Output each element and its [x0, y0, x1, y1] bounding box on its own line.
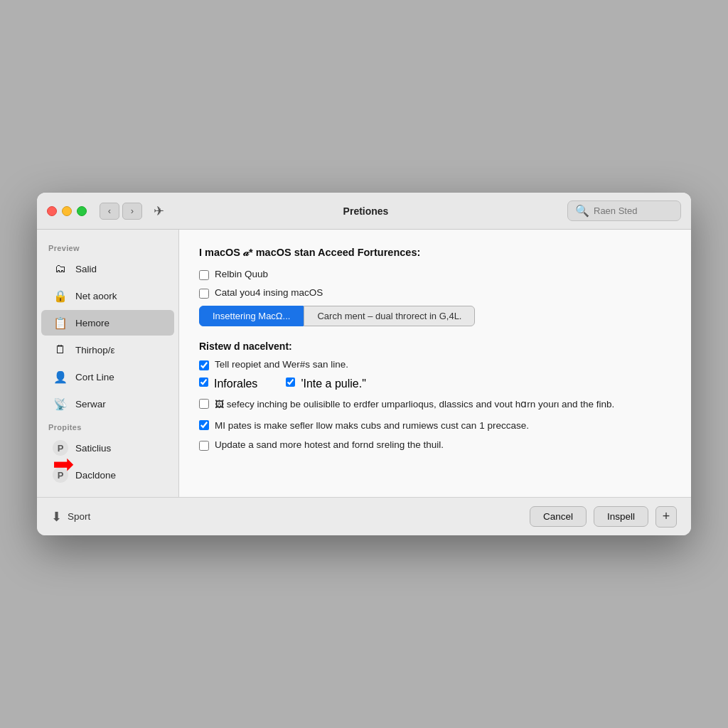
- window-title: Pretiones: [171, 205, 560, 217]
- sidebar-item-salid[interactable]: 🗂 Salid: [41, 256, 174, 282]
- check-inforales-row: Inforales 'Inte a pulie.": [199, 378, 671, 390]
- sidebar-item-cortline[interactable]: 👤 Cort Line: [41, 364, 174, 390]
- sidebar-label-cortline: Cort Line: [75, 372, 114, 382]
- checkbox-mi-pates[interactable]: [199, 420, 209, 430]
- sidebar-label-network: Net aοork: [75, 291, 117, 301]
- main-heading: I macOS 𝒶* macOS stan Acceed Forturences…: [199, 247, 671, 259]
- checkbox-inforales[interactable]: [199, 378, 208, 387]
- checkbox-sefecy-label: 🖼 sefecy inching be oulisiblle to erdfer…: [215, 397, 614, 412]
- sport-label: Sport: [68, 511, 90, 522]
- sidebar-label-serwar: Serwar: [75, 399, 106, 410]
- download-icon: ⬇: [51, 509, 62, 525]
- sidebar-item-network[interactable]: 🔒 Net aοork: [41, 283, 174, 309]
- footer: ⬇ Sport Cancel Inspell +: [37, 497, 691, 535]
- checkbox-update-label: Update a sand more hotest and fornd srel…: [215, 439, 444, 450]
- search-icon: 🔍: [575, 204, 589, 218]
- checkbox-mi-pates-label: MI pates is make sefler llow maks cubs a…: [215, 419, 529, 433]
- sidebar-section-propites: Propites: [37, 417, 178, 434]
- checkbox-relbin-label: Relbin Quub: [215, 269, 268, 279]
- checkbox-relbin[interactable]: [199, 270, 209, 280]
- hemore-icon: 📋: [53, 315, 68, 331]
- checkbox-inte-label: 'Inte a pulie.": [301, 378, 365, 390]
- maximize-button[interactable]: [77, 206, 87, 216]
- search-input[interactable]: [594, 205, 673, 216]
- footer-right: Cancel Inspell +: [530, 506, 677, 528]
- tab-carch[interactable]: Carch ment – dual throrect in G,4L.: [304, 306, 475, 326]
- preferences-window: ‹ › ✈ Pretiones 🔍 Preview 🗂 Salid 🔒: [37, 193, 691, 535]
- main-content: I macOS 𝒶* macOS stan Acceed Forturences…: [179, 230, 691, 497]
- cortline-icon: 👤: [53, 369, 68, 385]
- checkbox-catal-label: Catal you4 insing macOS: [215, 287, 323, 298]
- sidebar-section-preview: Preview: [37, 238, 178, 255]
- sidebar-label-hemore: Hemore: [75, 318, 109, 328]
- checkbox-update[interactable]: [199, 441, 209, 451]
- footer-left: ⬇ Sport: [51, 509, 90, 525]
- checkbox-sefecy[interactable]: [199, 399, 209, 409]
- forward-button[interactable]: ›: [122, 203, 142, 220]
- salid-icon: 🗂: [53, 261, 68, 277]
- checkbox-tell-label: Tell reopiet and Wer#s san line.: [215, 359, 348, 370]
- thishop-icon: 🗒: [53, 342, 68, 358]
- check-tell-reopiet: Tell reopiet and Wer#s san line.: [199, 359, 671, 370]
- check-sefecy: 🖼 sefecy inching be oulisiblle to erdfer…: [199, 397, 671, 412]
- check-inte: 'Inte a pulie.": [286, 378, 365, 390]
- cancel-button[interactable]: Cancel: [530, 506, 587, 527]
- checkbox-tell[interactable]: [199, 360, 209, 370]
- section2-heading: Ristew d nacelvent:: [199, 341, 671, 352]
- checkbox-inforales-label: Inforales: [214, 378, 257, 390]
- checkbox-row-2: Catal you4 insing macOS: [199, 287, 671, 299]
- check-inforales: Inforales: [199, 378, 257, 390]
- titlebar: ‹ › ✈ Pretiones 🔍: [37, 193, 691, 230]
- check-mi-pates: MI pates is make sefler llow maks cubs a…: [199, 419, 671, 433]
- plus-button[interactable]: +: [655, 506, 677, 528]
- network-icon: 🔒: [53, 288, 68, 304]
- dacldone-icon: P: [53, 467, 68, 483]
- checkbox-catal[interactable]: [199, 289, 209, 299]
- tab-insettering[interactable]: Insettering MacΩ...: [199, 306, 304, 326]
- sidebar-label-salid: Salid: [75, 264, 97, 274]
- inspell-button[interactable]: Inspell: [594, 506, 648, 527]
- sidebar-item-saticlius[interactable]: P Saticlius: [41, 435, 174, 461]
- tab-row: Insettering MacΩ... Carch ment – dual th…: [199, 306, 671, 326]
- serwar-icon: 📡: [53, 396, 68, 412]
- traffic-lights: [47, 206, 87, 216]
- sidebar-label-thishop: Thirhop/ε: [75, 345, 115, 355]
- check-update: Update a sand more hotest and fornd srel…: [199, 439, 671, 451]
- close-button[interactable]: [47, 206, 57, 216]
- window-body: Preview 🗂 Salid 🔒 Net aοork 📋 Hemore 🗒 T…: [37, 230, 691, 497]
- sidebar: Preview 🗂 Salid 🔒 Net aοork 📋 Hemore 🗒 T…: [37, 230, 179, 497]
- sidebar-label-dacldone: Dacldone: [75, 470, 116, 481]
- nav-buttons: ‹ ›: [100, 203, 142, 220]
- back-button[interactable]: ‹: [100, 203, 119, 220]
- checkbox-inte[interactable]: [286, 378, 295, 387]
- sidebar-item-dacldone[interactable]: P Dacldone: [41, 462, 174, 488]
- checkbox-row-1: Relbin Quub: [199, 269, 671, 280]
- search-bar[interactable]: 🔍: [567, 200, 681, 221]
- saticlius-icon: P: [53, 440, 68, 456]
- sidebar-item-thishop[interactable]: 🗒 Thirhop/ε: [41, 337, 174, 363]
- sidebar-item-serwar[interactable]: 📡 Serwar: [41, 391, 174, 417]
- sidebar-item-hemore[interactable]: 📋 Hemore: [41, 310, 174, 336]
- toolbar-icon: ✈: [154, 203, 164, 219]
- sidebar-label-saticlius: Saticlius: [75, 443, 111, 454]
- minimize-button[interactable]: [62, 206, 72, 216]
